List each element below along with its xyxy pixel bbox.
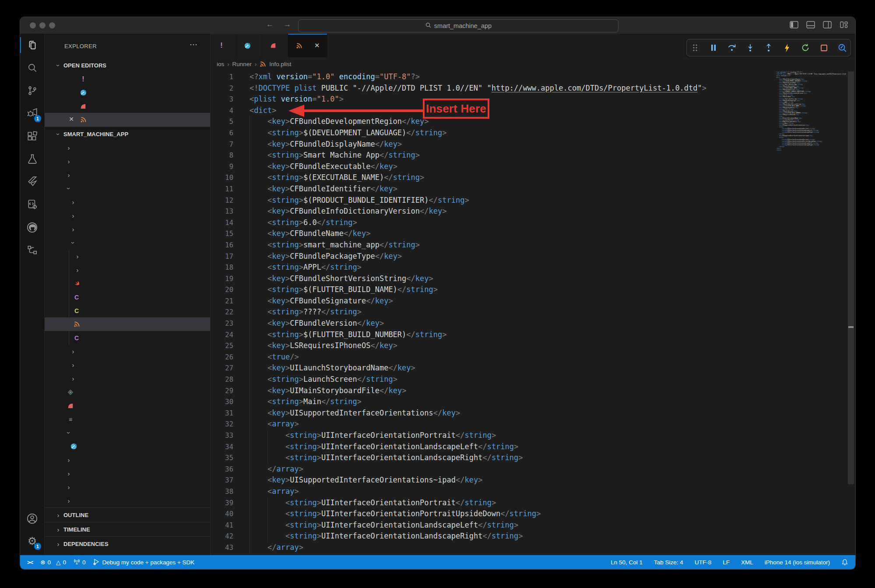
tree-item-test[interactable]: › <box>45 480 210 494</box>
zoom-window-button[interactable] <box>49 22 55 28</box>
tree-item-podfile[interactable] <box>45 399 210 412</box>
line-number: 28 <box>211 374 233 386</box>
more-actions-icon[interactable]: ⋯ <box>190 40 198 49</box>
chevron-right-icon: › <box>65 456 72 464</box>
close-tab-icon[interactable]: ✕ <box>314 42 320 49</box>
drag-grip-icon[interactable] <box>690 42 700 53</box>
customize-layout-icon[interactable] <box>840 21 848 28</box>
tree-item-base-lproj[interactable]: › <box>45 263 210 277</box>
tree-item-build[interactable]: › <box>45 168 210 182</box>
pause-icon[interactable] <box>709 42 718 53</box>
tree-item-appdelegate-swift[interactable] <box>45 277 210 290</box>
open-editor-pubspec-yaml[interactable]: ! <box>45 72 210 86</box>
tree-item-runner-xcworkspace[interactable]: › <box>45 358 210 372</box>
tree-item-flutter[interactable]: › <box>45 209 210 222</box>
language-mode[interactable]: XML <box>741 559 753 566</box>
ports-indicator[interactable]: 0 <box>74 558 86 566</box>
step-into-icon[interactable] <box>745 42 755 53</box>
open-editors-header[interactable]: › OPEN EDITORS <box>45 58 210 72</box>
github-icon[interactable] <box>20 216 44 239</box>
tree-item--gitignore[interactable] <box>45 385 210 399</box>
tree-item-runner-bridging-header-h[interactable]: C <box>45 331 210 345</box>
account-icon[interactable] <box>20 507 44 530</box>
encoding[interactable]: UTF-8 <box>695 559 711 566</box>
tree-item-podfile-lock[interactable]: ≡ <box>45 412 210 426</box>
search-sidebar-icon[interactable] <box>20 56 44 79</box>
device-selector[interactable]: iPhone 14 (ios simulator) <box>765 559 830 566</box>
minimap[interactable]: <?xml version="1.0" encoding="UTF-8"?><!… <box>776 71 846 185</box>
eol-sequence[interactable]: LF <box>723 559 730 566</box>
dependencies-section-header[interactable]: › DEPENDENCIES <box>45 536 210 551</box>
source-control-icon[interactable] <box>20 79 44 102</box>
breadcrumb-item[interactable]: Runner <box>232 61 252 67</box>
debug-launch-config[interactable]: Debug my code + packages + SDK <box>93 558 194 567</box>
chevron-down-icon: › <box>70 239 77 246</box>
tree-item-assets-xcassets[interactable]: › <box>45 250 210 263</box>
tab-pubspec-yaml[interactable]: ! <box>211 34 236 57</box>
tree-item-web[interactable]: › <box>45 494 210 507</box>
breadcrumb-item[interactable]: Info.plist <box>269 61 291 67</box>
toggle-panel-icon[interactable] <box>806 21 815 28</box>
tab-podfile[interactable] <box>262 34 288 57</box>
stop-icon[interactable] <box>819 42 829 53</box>
plist-icon <box>79 116 88 124</box>
open-editor-info-plist[interactable]: ✕ <box>45 113 210 127</box>
breadcrumb-item[interactable]: ios <box>217 61 224 67</box>
scrollbar-track[interactable] <box>847 70 855 555</box>
tree-item-info-plist[interactable] <box>45 317 210 331</box>
toggle-secondary-sidebar-icon[interactable] <box>823 21 832 28</box>
timeline-section-header[interactable]: › TIMELINE <box>45 522 210 536</box>
scrollbar-slider[interactable] <box>848 71 854 484</box>
tree-item-main-dart[interactable] <box>45 440 210 453</box>
close-window-button[interactable] <box>30 22 36 28</box>
line-number: 41 <box>211 520 233 532</box>
project-runner-icon[interactable] <box>20 193 44 216</box>
chevron-right-icon: › <box>74 266 81 274</box>
tree-item-pods[interactable]: › <box>45 222 210 236</box>
code-line: 15<key>CFBundleName</key> <box>211 228 706 239</box>
restart-icon[interactable] <box>801 42 810 53</box>
explorer-icon[interactable] <box>20 34 44 56</box>
toggle-primary-sidebar-icon[interactable] <box>790 21 798 28</box>
tab-main-dart[interactable] <box>236 34 262 57</box>
run-and-debug-icon[interactable]: 1 <box>20 102 44 125</box>
step-over-icon[interactable] <box>727 42 737 53</box>
tree-item--idea[interactable]: › <box>45 141 210 155</box>
indentation[interactable]: Tab Size: 4 <box>654 559 683 566</box>
testing-icon[interactable] <box>20 148 44 170</box>
tree-item-generatedpluginregistrant-h[interactable]: C <box>45 290 210 304</box>
tree-item-generatedpluginregistrant-m[interactable]: C <box>45 304 210 317</box>
open-editor-main-dart[interactable] <box>45 86 210 99</box>
tree-item-lib[interactable]: › <box>45 426 210 440</box>
forward-icon[interactable]: → <box>284 20 291 29</box>
close-editor-icon[interactable]: ✕ <box>67 116 75 123</box>
widget-inspector-icon[interactable] <box>837 42 847 53</box>
command-center-search[interactable]: smart_machine_app <box>298 19 618 32</box>
tree-item-linux[interactable]: › <box>45 453 210 467</box>
cursor-position[interactable]: Ln 50, Col 1 <box>611 559 643 566</box>
step-out-icon[interactable] <box>764 42 773 53</box>
minimize-window-button[interactable] <box>39 22 46 28</box>
tree-item-android[interactable]: › <box>45 155 210 168</box>
flutter-sidebar-icon[interactable] <box>20 170 44 193</box>
podfile-icon <box>79 102 88 111</box>
references-hierarchy-icon[interactable] <box>20 239 44 261</box>
tree-item-runner[interactable]: › <box>45 236 210 250</box>
tree-item-ios[interactable]: › <box>45 182 210 195</box>
hot-reload-icon[interactable] <box>782 42 792 53</box>
settings-gear-icon[interactable]: ⚙ 1 <box>20 530 44 553</box>
tree-item--symlinks[interactable]: › <box>45 195 210 209</box>
back-icon[interactable]: ← <box>266 20 274 29</box>
tab-info-plist[interactable]: ✕ <box>288 34 327 57</box>
tree-item-macos[interactable]: › <box>45 467 210 480</box>
project-section-header[interactable]: › SMART_MACHINE_APP <box>45 127 210 141</box>
open-editor-podfile[interactable] <box>45 99 210 113</box>
tree-item-runnertests[interactable]: › <box>45 372 210 385</box>
problems-indicator[interactable]: ⊗ 0 △ 0 <box>40 559 66 566</box>
notifications-bell-icon[interactable] <box>841 559 848 566</box>
remote-indicator-icon[interactable]: >< <box>27 559 33 566</box>
code-area[interactable]: 1<?xml version="1.0" encoding="UTF-8"?>2… <box>211 70 855 555</box>
extensions-icon[interactable] <box>20 125 44 148</box>
tree-item-runner-xcodeproj[interactable]: › <box>45 345 210 358</box>
outline-section-header[interactable]: › OUTLINE <box>45 507 210 522</box>
